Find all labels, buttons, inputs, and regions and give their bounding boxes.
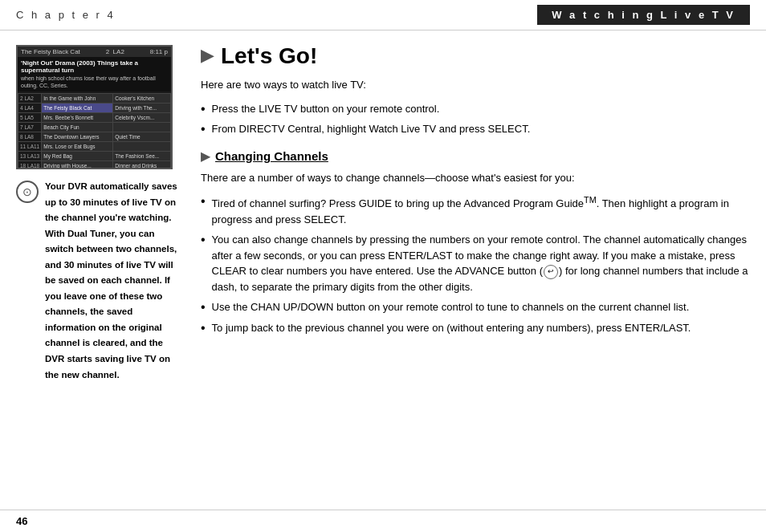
section-title-header: W a t c h i n g L i v e T V — [537, 5, 750, 25]
bullet-text: You can also change channels by pressing… — [212, 232, 750, 294]
guide-row: 8 LA8 The Downtown Lawyers Quiet Time — [18, 132, 171, 142]
tv-show-title: 'Night Out' Drama (2003) Things take a s… — [21, 59, 168, 74]
right-column: ▶ Let's Go! Here are two ways to watch l… — [201, 45, 750, 383]
tv-time: 8:11 p — [150, 48, 168, 55]
left-column: The Feisty Black Cat 2 LA2 8:11 p 'Night… — [16, 45, 185, 383]
guide-row-highlight: 4 LA4 The Feisty Black Cat Driving with … — [18, 104, 171, 113]
intro-text: Here are two ways to watch live TV: — [201, 77, 750, 93]
main-section-heading: ▶ Let's Go! — [201, 45, 750, 67]
dvr-note: ⊙ Your DVR automatically saves up to 30 … — [16, 179, 185, 383]
main-content: The Feisty Black Cat 2 LA2 8:11 p 'Night… — [0, 30, 766, 399]
guide-row: 18 LA18 Driving with House... Dinner and… — [18, 161, 171, 169]
dvr-icon: ⊙ — [16, 181, 39, 203]
sub-bullet-list: Tired of channel surfing? Press GUIDE to… — [201, 193, 750, 335]
bullet-item: You can also change channels by pressing… — [201, 232, 750, 294]
sub-intro-text: There are a number of ways to change cha… — [201, 170, 750, 186]
guide-row: 5 LA5 Mrs. Beebe's Bonnett Celebrity Vsc… — [18, 113, 171, 123]
changing-channels-heading: ▶ Changing Channels — [201, 148, 750, 164]
tv-show-info: 'Night Out' Drama (2003) Things take a s… — [18, 57, 171, 91]
tv-show-name: The Feisty Black Cat — [21, 48, 80, 55]
guide-row: 11 LA11 Mrs. Lose or Eat Bugs — [18, 142, 171, 152]
bullet-item: Tired of channel surfing? Press GUIDE to… — [201, 193, 750, 227]
tv-show-desc: when high school chums lose their way af… — [21, 75, 168, 89]
guide-row: 7 LA7 Beach City Fun — [18, 123, 171, 132]
bullet-item: Use the CHAN UP/DOWN button on your remo… — [201, 299, 750, 315]
sub-arrow-icon: ▶ — [201, 148, 210, 164]
bullet-item: To jump back to the previous channel you… — [201, 320, 750, 336]
tv-screenshot: The Feisty Black Cat 2 LA2 8:11 p 'Night… — [16, 45, 173, 169]
page-header: C h a p t e r 4 W a t c h i n g L i v e … — [0, 0, 766, 30]
tv-top-bar: The Feisty Black Cat 2 LA2 8:11 p — [18, 47, 171, 57]
dvr-text: Your DVR automatically saves up to 30 mi… — [45, 179, 185, 383]
advance-button-icon: ↩ — [544, 265, 558, 279]
bullet-text: To jump back to the previous channel you… — [212, 320, 691, 336]
tv-channel-info: 2 LA2 — [106, 48, 124, 55]
bullet-text: From DIRECTV Central, highlight Watch Li… — [212, 121, 531, 137]
page-footer: 46 — [0, 510, 766, 532]
sub-heading-text: Changing Channels — [215, 149, 328, 163]
guide-row: 2 LA2 In the Game with John Cooker's Kit… — [18, 94, 171, 104]
bullet-item: From DIRECTV Central, highlight Watch Li… — [201, 121, 750, 137]
chapter-label: C h a p t e r 4 — [16, 9, 116, 21]
main-arrow-icon: ▶ — [201, 47, 214, 64]
main-bullet-list: Press the LIVE TV button on your remote … — [201, 101, 750, 137]
bullet-text: Press the LIVE TV button on your remote … — [212, 101, 440, 117]
main-heading-text: Let's Go! — [221, 45, 317, 67]
bullet-text: Tired of channel surfing? Press GUIDE to… — [212, 193, 750, 227]
page-number: 46 — [16, 515, 27, 527]
bullet-text: Use the CHAN UP/DOWN button on your remo… — [212, 299, 690, 315]
guide-row: 13 LA13 My Red Bag The Fashion See... — [18, 152, 171, 161]
bullet-item: Press the LIVE TV button on your remote … — [201, 101, 750, 117]
tv-guide-table: 2 LA2 In the Game with John Cooker's Kit… — [18, 93, 171, 169]
